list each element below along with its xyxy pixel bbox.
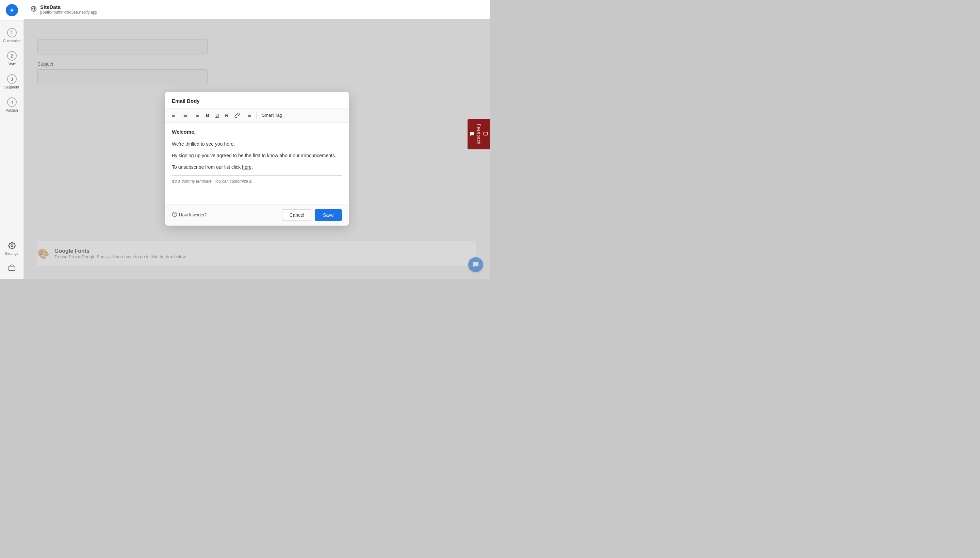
line2-text: By signing up you've agreed to be the fi…	[172, 152, 342, 159]
how-it-works[interactable]: How it works?	[172, 212, 207, 218]
align-left-button[interactable]	[169, 111, 179, 120]
step-circle-4: 4	[7, 97, 17, 107]
editor-content[interactable]: Welcome, We're thrilled to see you here.…	[165, 123, 349, 204]
step-circle-2: 2	[7, 51, 17, 61]
app-logo[interactable]	[0, 0, 24, 20]
modal-overlay: Email Body	[24, 19, 490, 279]
site-name: SiteData	[40, 4, 97, 10]
save-button[interactable]: Save	[315, 209, 342, 221]
feedback-button[interactable]: Feedback	[468, 119, 490, 149]
modal-header: Email Body	[165, 92, 349, 108]
briefcase-icon	[8, 264, 16, 272]
question-icon	[172, 212, 177, 218]
sidebar-item-style[interactable]: 2 Style	[0, 47, 24, 70]
step-circle-1: 1	[7, 28, 17, 38]
line3-text: To unsubscribe from our list click here.	[172, 163, 342, 171]
site-url: poetic-muffin-cbc3ee.netlify.app	[40, 10, 97, 15]
feedback-label: Feedback	[476, 124, 481, 144]
sidebar: 1 Customize 2 Style 3 Segment 4 Publish	[0, 0, 24, 279]
editor-toolbar: B U S	[165, 108, 349, 123]
sidebar-label-style: Style	[8, 62, 16, 66]
smart-tag-button[interactable]: Smart Tag	[259, 111, 285, 119]
step-circle-3: 3	[7, 74, 17, 84]
modal-title: Email Body	[172, 98, 200, 104]
modal-actions: Cancel Save	[282, 209, 342, 221]
sidebar-item-publish[interactable]: 4 Publish	[0, 93, 24, 117]
bold-button[interactable]: B	[204, 111, 211, 120]
sidebar-item-customize[interactable]: 1 Customize	[0, 24, 24, 47]
align-center-button[interactable]	[181, 111, 190, 120]
strikethrough-button[interactable]: S	[223, 111, 230, 120]
cancel-button[interactable]: Cancel	[282, 209, 311, 221]
list-button[interactable]	[244, 111, 253, 120]
link-button[interactable]	[232, 111, 242, 120]
editor-divider	[172, 175, 342, 176]
svg-rect-4	[8, 266, 15, 271]
header-bar: SiteData poetic-muffin-cbc3ee.netlify.ap…	[24, 0, 490, 19]
here-link[interactable]: here	[242, 164, 251, 170]
sidebar-item-briefcase[interactable]	[0, 261, 24, 276]
svg-point-3	[11, 245, 13, 247]
footer-italic-text: It's a dummy template. You can customize…	[172, 178, 342, 185]
line1-text: We're thrilled to see you here.	[172, 140, 342, 148]
how-it-works-label: How it works?	[179, 212, 207, 217]
modal-footer: How it works? Cancel Save	[165, 204, 349, 226]
site-info: SiteData poetic-muffin-cbc3ee.netlify.ap…	[40, 4, 97, 15]
sidebar-label-segment: Segment	[4, 85, 19, 89]
underline-button[interactable]: U	[213, 111, 221, 120]
sidebar-label-customize: Customize	[3, 39, 21, 43]
svg-rect-24	[484, 132, 488, 135]
globe-icon	[31, 6, 37, 13]
sidebar-bottom: Settings	[0, 238, 24, 279]
logo-circle	[6, 4, 18, 16]
settings-label: Settings	[5, 251, 19, 256]
main-content: SiteData poetic-muffin-cbc3ee.netlify.ap…	[24, 0, 490, 279]
svg-point-2	[11, 10, 13, 11]
settings-icon	[8, 242, 16, 250]
sidebar-nav: 1 Customize 2 Style 3 Segment 4 Publish	[0, 20, 23, 238]
sidebar-item-settings[interactable]: Settings	[0, 238, 24, 259]
email-body-modal: Email Body	[165, 92, 349, 226]
sidebar-item-segment[interactable]: 3 Segment	[0, 70, 24, 93]
welcome-text: Welcome,	[172, 128, 342, 136]
sidebar-label-publish: Publish	[5, 108, 18, 112]
content-area: Subject Email Body	[24, 19, 490, 279]
align-right-button[interactable]	[192, 111, 202, 120]
